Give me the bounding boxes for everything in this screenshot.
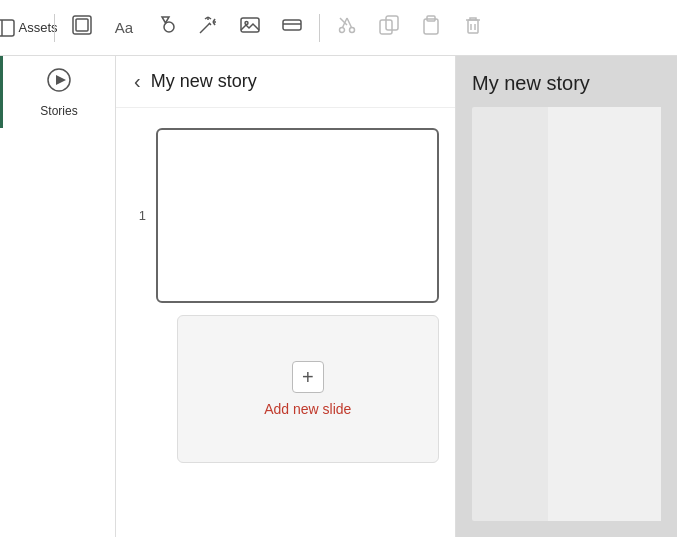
sidebar: Stories [0, 56, 116, 537]
media-icon [281, 14, 303, 41]
back-button[interactable]: ‹ [132, 68, 143, 95]
main-area: Stories ‹ My new story 1 + [0, 56, 677, 537]
image-button[interactable] [231, 9, 269, 47]
slide-item-1: 1 [132, 128, 439, 303]
shapes-button[interactable] [147, 9, 185, 47]
canvas-page [472, 107, 661, 521]
image-preview-button[interactable] [63, 9, 101, 47]
back-icon: ‹ [134, 70, 141, 93]
cut-icon [336, 14, 358, 41]
add-new-slide-button[interactable]: + Add new slide [177, 315, 440, 463]
shapes-icon [155, 14, 177, 41]
text-icon: Aa [115, 19, 133, 36]
svg-marker-31 [56, 75, 66, 85]
stories-icon [45, 66, 73, 100]
svg-rect-27 [468, 20, 478, 33]
magic-button[interactable] [189, 9, 227, 47]
media-button[interactable] [273, 9, 311, 47]
assets-icon: Assets [0, 19, 58, 37]
add-slide-row: + Add new slide [132, 315, 439, 463]
panel-content: 1 + Add new slide [116, 108, 455, 483]
paste-button[interactable] [412, 9, 450, 47]
svg-rect-16 [283, 20, 301, 30]
slide-thumbnail-1[interactable] [156, 128, 439, 303]
image-icon [239, 14, 261, 41]
delete-icon [462, 14, 484, 41]
stories-panel: ‹ My new story 1 + Add new slide [116, 56, 456, 537]
toolbar-divider-2 [319, 14, 320, 42]
svg-point-19 [350, 28, 355, 33]
panel-title: My new story [151, 71, 257, 92]
delete-button[interactable] [454, 9, 492, 47]
toolbar-divider-1 [54, 14, 55, 42]
canvas-story-title: My new story [472, 72, 661, 95]
paste-icon [420, 14, 442, 41]
svg-point-18 [340, 28, 345, 33]
svg-point-15 [245, 22, 248, 25]
slide-number-1: 1 [132, 208, 146, 223]
svg-rect-14 [241, 18, 259, 32]
magic-icon [197, 14, 219, 41]
canvas-page-inner [548, 107, 661, 521]
cut-button[interactable] [328, 9, 366, 47]
add-slide-plus-icon: + [292, 361, 324, 393]
canvas-area: My new story [456, 56, 677, 537]
assets-panel-toggle[interactable]: Assets [8, 9, 46, 47]
svg-line-21 [347, 18, 352, 28]
image-preview-icon [71, 14, 93, 41]
svg-rect-3 [76, 19, 88, 31]
panel-header: ‹ My new story [116, 56, 455, 108]
stories-label: Stories [40, 104, 77, 118]
text-button[interactable]: Aa [105, 9, 143, 47]
add-slide-label: Add new slide [264, 401, 351, 417]
copy-icon [378, 14, 400, 41]
toolbar: Assets Aa [0, 0, 677, 56]
sidebar-item-stories[interactable]: Stories [0, 56, 115, 128]
copy-button[interactable] [370, 9, 408, 47]
svg-line-6 [200, 23, 210, 33]
